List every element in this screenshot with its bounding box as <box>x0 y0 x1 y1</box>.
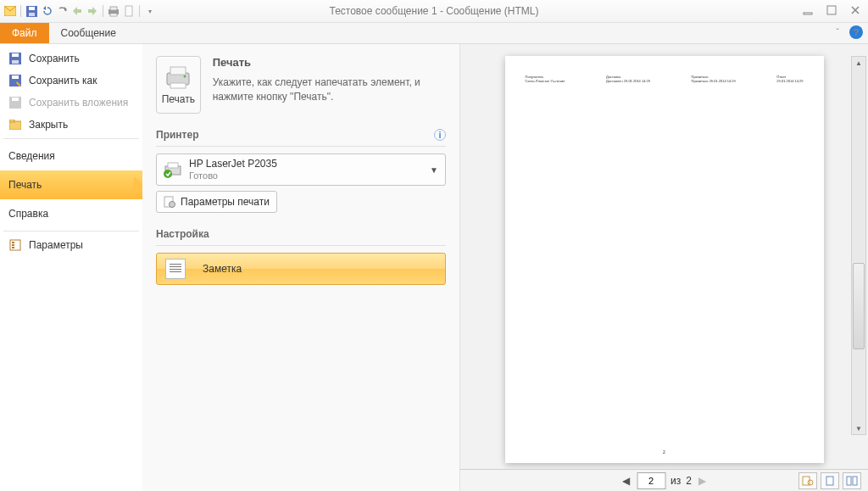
attach-icon[interactable] <box>122 4 136 18</box>
nav-save-as[interactable]: Сохранить как <box>0 70 142 92</box>
save-icon[interactable] <box>25 4 38 18</box>
preview-status-bar: ◀ из 2 ▶ <box>460 469 868 491</box>
nav-label: Сохранить вложения <box>29 97 128 109</box>
svg-rect-34 <box>826 477 833 485</box>
nav-print[interactable]: Печать <box>0 170 142 199</box>
nav-info[interactable]: Сведения <box>0 142 142 170</box>
svg-rect-21 <box>12 244 14 246</box>
printer-ready-icon <box>164 161 182 178</box>
nav-label: Параметры <box>29 239 83 251</box>
preview-scrollbar[interactable]: ▲ ▼ <box>851 56 866 435</box>
nav-label: Печать <box>8 179 42 191</box>
nav-save-attachments: Сохранить вложения <box>0 92 142 114</box>
svg-rect-6 <box>110 14 117 16</box>
tab-message[interactable]: Сообщение <box>49 23 128 43</box>
svg-rect-18 <box>9 120 14 122</box>
page-of-label: из <box>670 475 681 487</box>
save-icon <box>8 52 22 65</box>
nav-save[interactable]: Сохранить <box>0 47 142 70</box>
nav-help[interactable]: Справка <box>0 199 142 228</box>
ribbon-expand-icon[interactable]: ˇ <box>831 25 844 39</box>
print-settings-button[interactable]: Параметры печати <box>156 191 277 213</box>
prev-page-button[interactable]: ◀ <box>620 475 632 487</box>
print-panel: Печать Печать Укажите, как следует напеч… <box>142 44 460 491</box>
printer-status: Готово <box>189 170 277 181</box>
nav-label: Сохранить как <box>29 75 97 86</box>
settings-doc-icon <box>164 196 175 208</box>
page-total: 2 <box>686 475 692 487</box>
chevron-down-icon: ▼ <box>430 165 438 175</box>
attachment-icon <box>8 96 22 109</box>
svg-rect-20 <box>12 242 14 243</box>
printer-selector[interactable]: HP LaserJet P2035 Готово ▼ <box>156 153 446 186</box>
svg-rect-5 <box>110 7 117 10</box>
zoom-multi-button[interactable] <box>843 472 861 489</box>
nav-label: Справка <box>8 208 48 220</box>
next-icon[interactable] <box>86 4 99 18</box>
note-style-icon <box>165 259 186 279</box>
print-preview: ПолучательСвязь./Главное Уч-ление Достав… <box>460 44 868 491</box>
folder-close-icon <box>8 118 22 131</box>
nav-options[interactable]: Параметры <box>0 234 142 256</box>
settings-section-title: Настройка <box>156 228 446 240</box>
svg-rect-9 <box>827 6 836 14</box>
help-icon[interactable]: ? <box>849 25 863 39</box>
scroll-down-icon[interactable]: ▼ <box>852 422 865 434</box>
print-quick-icon[interactable] <box>107 4 120 18</box>
nav-label: Сохранить <box>29 53 80 64</box>
print-button[interactable]: Печать <box>156 56 201 114</box>
zoom-actual-button[interactable] <box>798 472 817 489</box>
svg-rect-36 <box>853 477 857 485</box>
scroll-up-icon[interactable]: ▲ <box>852 57 865 69</box>
svg-rect-12 <box>12 60 19 64</box>
info-icon[interactable]: i <box>434 129 446 141</box>
svg-rect-3 <box>29 13 35 16</box>
svg-rect-16 <box>12 98 19 101</box>
quick-access-toolbar: ▾ <box>0 4 157 18</box>
title-bar: ▾ Тестовое сообщение 1 - Сообщение (HTML… <box>0 0 868 23</box>
svg-rect-28 <box>168 163 178 168</box>
print-description: Укажите, как следует напечатать элемент,… <box>213 75 446 104</box>
svg-rect-22 <box>12 247 14 248</box>
svg-rect-35 <box>847 477 851 485</box>
qat-menu-icon[interactable]: ▾ <box>143 4 157 18</box>
svg-point-31 <box>170 202 175 208</box>
printer-section-title: Принтер <box>156 129 198 141</box>
ribbon-tabs: Файл Сообщение ˇ ? <box>0 23 868 43</box>
print-button-label: Печать <box>162 93 195 105</box>
print-style-option[interactable]: Заметка <box>156 253 446 285</box>
next-page-button[interactable]: ▶ <box>697 475 708 487</box>
redo-icon[interactable] <box>55 4 69 18</box>
nav-label: Закрыть <box>29 119 68 131</box>
maximize-button[interactable] <box>824 3 839 17</box>
save-as-icon <box>8 74 22 87</box>
svg-rect-25 <box>170 83 186 88</box>
svg-rect-7 <box>125 6 132 16</box>
print-settings-label: Параметры печати <box>181 196 270 208</box>
undo-icon[interactable] <box>40 4 53 18</box>
close-button[interactable] <box>848 3 863 17</box>
preview-page-number: 2 <box>505 449 824 455</box>
printer-icon <box>164 64 192 90</box>
zoom-page-button[interactable] <box>821 472 839 489</box>
minimize-button[interactable] <box>800 3 815 17</box>
options-icon <box>8 238 22 252</box>
svg-point-26 <box>184 75 186 78</box>
nav-label: Сведения <box>8 150 55 162</box>
print-style-label: Заметка <box>203 263 242 275</box>
svg-point-29 <box>164 170 172 178</box>
tab-file[interactable]: Файл <box>0 23 49 43</box>
page-input[interactable] <box>637 472 665 489</box>
preview-header: ПолучательСвязь./Главное Уч-ление Достав… <box>526 75 804 83</box>
scroll-thumb[interactable] <box>853 263 865 349</box>
nav-close[interactable]: Закрыть <box>0 114 142 136</box>
backstage-nav: Сохранить Сохранить как Сохранить вложен… <box>0 44 142 491</box>
previous-icon[interactable] <box>70 4 84 18</box>
svg-rect-8 <box>804 13 812 14</box>
svg-rect-11 <box>12 53 19 57</box>
printer-name: HP LaserJet P2035 <box>189 158 277 170</box>
print-title: Печать <box>213 56 446 69</box>
svg-rect-19 <box>10 240 20 250</box>
mail-icon[interactable] <box>3 4 17 18</box>
svg-rect-24 <box>170 67 186 75</box>
